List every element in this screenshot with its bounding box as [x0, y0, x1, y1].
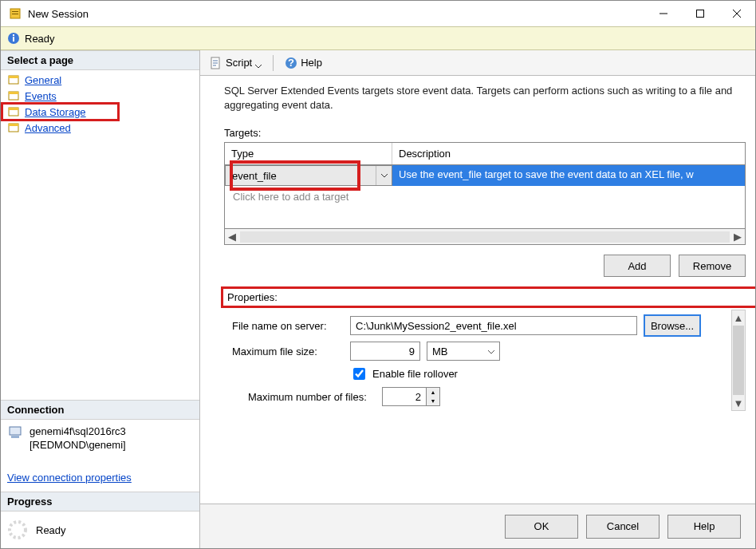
- svg-text:?: ?: [288, 57, 294, 69]
- page-general[interactable]: General: [1, 72, 199, 88]
- properties-vertical-scrollbar[interactable]: ▲ ▼: [731, 310, 746, 411]
- svg-rect-11: [9, 76, 18, 78]
- scroll-track[interactable]: [240, 231, 730, 243]
- unit-value: MB: [432, 346, 448, 357]
- page-icon: [7, 89, 20, 102]
- scroll-down-icon[interactable]: ▼: [732, 396, 745, 410]
- chevron-down-icon: [255, 60, 262, 66]
- svg-rect-1: [12, 11, 18, 12]
- rollover-check-input[interactable]: [353, 368, 365, 380]
- window-title: New Session: [28, 8, 645, 20]
- dialog-status-text: Ready: [25, 33, 55, 45]
- rollover-label: Enable file rollover: [372, 368, 458, 380]
- annotation-highlight: [1, 102, 120, 121]
- targets-grid: Type Description event_file Use the even…: [224, 142, 746, 245]
- svg-point-20: [10, 522, 26, 538]
- chevron-down-icon[interactable]: [376, 166, 392, 185]
- script-icon: [210, 57, 222, 69]
- svg-rect-19: [11, 436, 19, 438]
- browse-button[interactable]: Browse...: [644, 314, 701, 337]
- intro-text: SQL Server Extended Events targets store…: [224, 84, 746, 113]
- spin-up-icon[interactable]: ▲: [427, 388, 439, 397]
- maximize-button[interactable]: [682, 1, 719, 26]
- ok-button[interactable]: OK: [505, 515, 578, 539]
- grid-horizontal-scrollbar[interactable]: ◀ ▶: [225, 228, 745, 244]
- progress-header: Progress: [1, 492, 199, 511]
- max-files-input[interactable]: [382, 387, 427, 406]
- footer-help-button[interactable]: Help: [667, 515, 741, 539]
- main-panel: Script ? Help SQL Server Extended Events…: [200, 50, 755, 548]
- page-data-storage[interactable]: Data Storage: [1, 104, 199, 120]
- panel-toolbar: Script ? Help: [200, 50, 755, 76]
- targets-label: Targets:: [224, 127, 746, 139]
- cancel-button[interactable]: Cancel: [586, 515, 660, 539]
- svg-rect-4: [697, 10, 704, 18]
- page-link[interactable]: Advanced: [25, 122, 71, 134]
- script-button[interactable]: Script: [205, 54, 266, 72]
- file-name-input[interactable]: [350, 316, 637, 335]
- file-name-label: File name on server:: [224, 320, 344, 332]
- svg-rect-18: [10, 427, 21, 435]
- help-label: Help: [301, 57, 322, 69]
- max-size-label: Maximum file size:: [224, 346, 344, 357]
- view-connection-properties-link[interactable]: View connection properties: [7, 472, 132, 484]
- page-advanced[interactable]: Advanced: [1, 120, 199, 136]
- connection-info: genemi4f\sql2016rc3 [REDMOND\genemi]: [1, 420, 199, 457]
- progress-text: Ready: [36, 524, 66, 536]
- svg-rect-9: [13, 34, 14, 36]
- col-header-type[interactable]: Type: [225, 143, 392, 164]
- target-description: Use the event_file target to save the ev…: [392, 165, 745, 186]
- svg-rect-2: [12, 14, 18, 14]
- help-icon: ?: [285, 57, 297, 69]
- scroll-up-icon[interactable]: ▲: [732, 310, 745, 325]
- scroll-left-icon[interactable]: ◀: [225, 231, 239, 243]
- col-header-description[interactable]: Description: [392, 143, 745, 164]
- page-icon: [7, 121, 20, 134]
- max-size-input[interactable]: [350, 342, 420, 361]
- enable-rollover-checkbox[interactable]: Enable file rollover: [350, 365, 726, 382]
- info-icon: [7, 32, 20, 45]
- connection-server: genemi4f\sql2016rc3: [30, 425, 126, 439]
- minimize-button[interactable]: [645, 1, 682, 26]
- target-type-combobox[interactable]: event_file: [225, 165, 392, 186]
- page-link[interactable]: Events: [25, 90, 57, 102]
- left-panel: Select a page General Events Data Storag…: [1, 50, 200, 548]
- chevron-down-icon: [488, 346, 494, 357]
- remove-button[interactable]: Remove: [679, 255, 746, 277]
- connection-header: Connection: [1, 400, 199, 420]
- page-link[interactable]: General: [25, 74, 61, 86]
- add-button[interactable]: Add: [604, 255, 671, 277]
- svg-rect-13: [9, 92, 18, 94]
- server-icon: [7, 425, 23, 440]
- help-button[interactable]: ? Help: [280, 54, 327, 72]
- dialog-footer: OK Cancel Help: [200, 504, 755, 548]
- script-label: Script: [226, 57, 252, 69]
- toolbar-separator: [273, 55, 274, 71]
- max-size-unit-select[interactable]: MB: [427, 342, 500, 361]
- svg-rect-8: [13, 37, 14, 41]
- page-list: General Events Data Storage Advanced: [1, 70, 199, 140]
- annotation-highlight: [221, 286, 755, 308]
- target-type-value: event_file: [226, 170, 376, 182]
- dialog-status-bar: Ready: [1, 26, 755, 50]
- scroll-thumb[interactable]: [733, 326, 744, 395]
- select-page-header: Select a page: [1, 50, 199, 70]
- progress-spinner-icon: [7, 519, 28, 540]
- properties-form: File name on server: Browse... Maximum f…: [224, 310, 726, 411]
- page-events[interactable]: Events: [1, 88, 199, 104]
- scroll-right-icon[interactable]: ▶: [730, 231, 745, 243]
- spin-down-icon[interactable]: ▼: [427, 397, 439, 405]
- app-icon: [9, 7, 22, 20]
- titlebar: New Session: [1, 1, 755, 26]
- max-files-spinner[interactable]: ▲ ▼: [382, 387, 440, 406]
- close-button[interactable]: [719, 1, 755, 26]
- new-session-dialog: New Session Ready Select a page General: [0, 0, 756, 549]
- page-icon: [7, 73, 20, 86]
- target-row[interactable]: event_file Use the event_file target to …: [225, 165, 745, 186]
- connection-user: [REDMOND\genemi]: [30, 438, 126, 452]
- max-files-label: Maximum number of files:: [224, 391, 376, 403]
- add-target-placeholder[interactable]: Click here to add a target: [225, 186, 745, 207]
- svg-rect-17: [9, 124, 18, 126]
